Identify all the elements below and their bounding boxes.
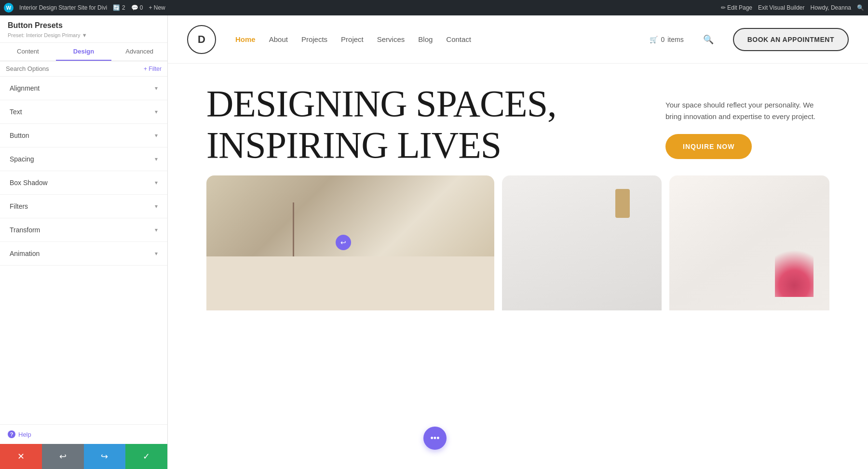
options-search-bar: + Filter xyxy=(0,61,167,77)
site-navigation: D Home About Projects Project Services B… xyxy=(168,15,868,64)
admin-comments-count[interactable]: 🔄 2 xyxy=(113,4,125,11)
tab-advanced[interactable]: Advanced xyxy=(111,43,167,61)
hero-headline: DESIGNING SPACES, INSPIRING LIVES xyxy=(206,83,637,166)
undo-button[interactable]: ↩ xyxy=(42,444,84,469)
accordion-list: Alignment ▾ Text ▾ Button ▾ Spacing xyxy=(0,77,167,424)
admin-edit-page[interactable]: ✏ Edit Page xyxy=(721,4,752,11)
nav-links: Home About Projects Project Services Blo… xyxy=(235,35,630,43)
chevron-down-icon: ▾ xyxy=(155,132,158,139)
nav-link-projects[interactable]: Projects xyxy=(301,35,327,43)
search-options-input[interactable] xyxy=(6,65,140,72)
admin-exit-builder[interactable]: Exit Visual Builder xyxy=(758,4,805,11)
nav-link-project[interactable]: Project xyxy=(341,35,364,43)
sidebar-panel: Button Presets Preset: Interior Design P… xyxy=(0,15,168,469)
filter-button[interactable]: + Filter xyxy=(144,66,162,72)
hero-top: DESIGNING SPACES, INSPIRING LIVES Your s… xyxy=(168,64,868,175)
close-button[interactable]: ✕ xyxy=(0,444,42,469)
hero-right: Your space should reflect your personali… xyxy=(665,83,829,166)
accordion-box-shadow-header[interactable]: Box Shadow ▾ xyxy=(0,171,167,194)
chevron-down-icon: ▾ xyxy=(155,203,158,210)
nav-cart[interactable]: 🛒 0 items xyxy=(650,36,683,43)
chevron-down-icon: ▾ xyxy=(155,85,158,92)
chevron-down-icon: ▾ xyxy=(155,250,158,257)
book-appointment-button[interactable]: BOOK AN APPOINTMENT xyxy=(733,28,849,51)
chevron-down-icon: ▾ xyxy=(155,179,158,186)
accordion-filters-label: Filters xyxy=(10,202,28,210)
accordion-animation: Animation ▾ xyxy=(0,242,167,266)
accordion-filters: Filters ▾ xyxy=(0,195,167,218)
sidebar-title: Button Presets xyxy=(8,21,160,30)
nav-link-about[interactable]: About xyxy=(269,35,288,43)
sidebar-preset[interactable]: Preset: Interior Design Primary ▼ xyxy=(8,32,160,39)
tab-content[interactable]: Content xyxy=(0,43,56,61)
admin-comment-icon[interactable]: 💬 0 xyxy=(131,4,143,11)
hero-section: DESIGNING SPACES, INSPIRING LIVES Your s… xyxy=(168,64,868,469)
site-logo[interactable]: D xyxy=(187,25,216,54)
sidebar-header: Button Presets Preset: Interior Design P… xyxy=(0,15,167,43)
accordion-alignment-header[interactable]: Alignment ▾ xyxy=(0,77,167,100)
accordion-button: Button ▾ xyxy=(0,124,167,147)
admin-search-icon[interactable]: 🔍 xyxy=(857,4,864,11)
accordion-text-label: Text xyxy=(10,108,22,116)
room-photo-white xyxy=(502,175,662,310)
accordion-text-header[interactable]: Text ▾ xyxy=(0,100,167,123)
accordion-transform: Transform ▾ xyxy=(0,218,167,242)
main-layout: Button Presets Preset: Interior Design P… xyxy=(0,15,868,469)
chevron-down-icon: ▾ xyxy=(155,108,158,115)
save-button[interactable]: ✓ xyxy=(125,444,167,469)
accordion-transform-label: Transform xyxy=(10,226,40,234)
accordion-spacing-header[interactable]: Spacing ▾ xyxy=(0,147,167,171)
accordion-alignment-label: Alignment xyxy=(10,84,40,92)
floating-action-button[interactable]: ••• xyxy=(423,427,447,450)
help-link[interactable]: ? Help xyxy=(0,424,167,444)
accordion-transform-header[interactable]: Transform ▾ xyxy=(0,218,167,241)
sidebar-actions: ✕ ↩ ↪ ✓ xyxy=(0,444,167,469)
accordion-spacing-label: Spacing xyxy=(10,155,34,163)
chevron-down-icon: ▾ xyxy=(155,156,158,162)
inquire-now-button[interactable]: INQUIRE NOW xyxy=(665,134,752,159)
accordion-button-header[interactable]: Button ▾ xyxy=(0,124,167,147)
nav-link-home[interactable]: Home xyxy=(235,35,256,43)
chevron-down-icon: ▾ xyxy=(155,227,158,233)
admin-site-name[interactable]: Interior Design Starter Site for Divi xyxy=(19,4,107,11)
accordion-box-shadow-label: Box Shadow xyxy=(10,179,48,187)
room-photo-floral xyxy=(669,175,829,310)
room-image-3 xyxy=(669,175,829,469)
tab-design[interactable]: Design xyxy=(56,43,112,61)
room-image-1 xyxy=(206,175,494,469)
divi-panel-toggle[interactable]: ↩ xyxy=(336,235,351,250)
cart-count: 0 xyxy=(661,36,665,43)
sidebar-tabs: Content Design Advanced xyxy=(0,43,167,61)
help-icon: ? xyxy=(8,430,15,438)
wp-logo-icon[interactable]: W xyxy=(4,3,14,13)
accordion-animation-label: Animation xyxy=(10,250,40,257)
cart-label: items xyxy=(667,36,683,43)
nav-search-icon[interactable]: 🔍 xyxy=(703,34,714,45)
website-preview: D Home About Projects Project Services B… xyxy=(168,15,868,469)
nav-link-blog[interactable]: Blog xyxy=(418,35,433,43)
accordion-filters-header[interactable]: Filters ▾ xyxy=(0,195,167,218)
nav-link-contact[interactable]: Contact xyxy=(446,35,471,43)
accordion-box-shadow: Box Shadow ▾ xyxy=(0,171,167,195)
cart-icon: 🛒 xyxy=(650,36,658,43)
redo-button[interactable]: ↪ xyxy=(84,444,126,469)
accordion-animation-header[interactable]: Animation ▾ xyxy=(0,242,167,265)
accordion-alignment: Alignment ▾ xyxy=(0,77,167,100)
admin-howdy: Howdy, Deanna xyxy=(811,4,852,11)
content-area: ↩ D Home About Projects Project Services… xyxy=(168,15,868,469)
room-image-2 xyxy=(502,175,662,469)
nav-link-services[interactable]: Services xyxy=(377,35,405,43)
admin-bar: W Interior Design Starter Site for Divi … xyxy=(0,0,868,15)
accordion-spacing: Spacing ▾ xyxy=(0,147,167,171)
hero-description: Your space should reflect your personali… xyxy=(665,99,820,122)
accordion-text: Text ▾ xyxy=(0,100,167,124)
image-grid xyxy=(168,175,868,469)
admin-new-button[interactable]: + New xyxy=(149,4,165,11)
accordion-button-label: Button xyxy=(10,132,29,139)
